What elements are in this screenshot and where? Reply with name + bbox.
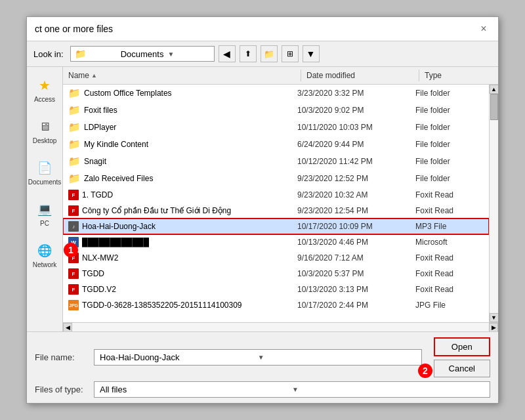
file-name-text: Hoa-Hai-Duong-Jack — [82, 222, 156, 231]
table-row[interactable]: 📁 Zalo Received Files 9/23/2020 12:52 PM… — [63, 170, 489, 187]
up-folder-button[interactable]: ⬆ — [240, 45, 257, 62]
file-name-text: Custom Office Templates — [84, 89, 172, 98]
chevron-down-icon: ▼ — [167, 51, 209, 58]
look-in-dropdown[interactable]: 📁 Documents ▼ — [70, 46, 215, 62]
network-icon: 🌐 — [35, 242, 54, 260]
date-column-header[interactable]: Date modified — [301, 70, 419, 81]
table-row[interactable]: F TGDD 10/3/2020 5:37 PM Foxit Read — [63, 266, 489, 282]
scroll-right-arrow[interactable]: ▶ — [489, 323, 498, 332]
table-row[interactable]: 📁 LDPlayer 10/11/2020 10:03 PM File fold… — [63, 119, 489, 136]
table-row[interactable]: 📁 My Kindle Content 6/24/2020 9:44 PM Fi… — [63, 136, 489, 153]
foxit-icon: F — [68, 205, 79, 216]
documents-icon: 📄 — [35, 159, 54, 177]
file-name-text: NLX-MW2 — [82, 253, 118, 262]
file-type-cell: Foxit Read — [410, 189, 489, 201]
folder-icon: 📁 — [68, 173, 81, 184]
file-type-cell: JPG File — [410, 299, 489, 311]
sidebar: ★ Access 🖥 Desktop 📄 Documents 💻 PC 🌐 Ne… — [27, 67, 63, 331]
new-folder-button[interactable]: 📁 — [261, 45, 278, 62]
dialog-title: ct one or more files — [35, 24, 113, 34]
file-date-cell: 9/23/2020 10:32 AM — [292, 189, 410, 201]
grid-icon: ⊞ — [287, 49, 293, 58]
file-date-cell: 10/12/2020 11:42 PM — [292, 156, 410, 167]
foxit-icon: F — [68, 190, 79, 200]
folder-icon: 📁 — [68, 121, 81, 133]
file-name-cell: 📁 Foxit files — [63, 103, 292, 117]
file-name-cell: 📁 Zalo Received Files — [63, 171, 292, 186]
scroll-left-arrow[interactable]: ◀ — [63, 323, 72, 332]
sidebar-item-network[interactable]: 🌐 Network — [27, 239, 62, 271]
close-button[interactable]: × — [477, 22, 490, 35]
file-type-combo[interactable]: All files ▼ — [94, 381, 490, 398]
file-date-cell: 9/16/2020 7:12 AM — [292, 252, 410, 264]
folder-icon: 📁 — [68, 156, 81, 167]
file-date-cell: 6/24/2020 9:44 PM — [292, 138, 410, 150]
table-row[interactable]: 📁 Custom Office Templates 3/23/2020 3:32… — [63, 85, 489, 102]
file-name-cell: F NLX-MW2 — [63, 251, 292, 264]
chevron-down-icon: ▼ — [306, 49, 316, 59]
file-name-text: Zalo Received Files — [84, 174, 153, 183]
scroll-thumb[interactable] — [490, 94, 498, 120]
file-panel: Name ▲ Date modified Type 📁 Custom Offic… — [63, 67, 498, 331]
file-list-header: Name ▲ Date modified Type — [63, 67, 498, 85]
file-type-cell: File folder — [410, 87, 489, 99]
vertical-scrollbar[interactable]: ▲ ▼ — [489, 85, 498, 322]
file-name-cell: ♪ Hoa-Hai-Duong-Jack — [63, 220, 292, 233]
file-type-cell: File folder — [410, 121, 489, 133]
folder-icon: 📁 — [68, 138, 81, 150]
sidebar-item-access[interactable]: ★ Access — [27, 74, 62, 106]
file-name-cell: JPG TGDD-0-3628-1385352205-2015111410030… — [63, 299, 292, 312]
table-row[interactable]: F Công ty Cổ phần Đầu tư Thế Giới Di Độn… — [63, 203, 489, 219]
file-name-text: Snagit — [84, 157, 106, 166]
file-type-cell: Microsoft — [410, 236, 489, 248]
file-name-cell: 📁 LDPlayer — [63, 120, 292, 135]
table-row[interactable]: F TGDD.V2 10/13/2020 3:13 PM Foxit Read — [63, 282, 489, 297]
file-open-dialog: ct one or more files × Look in: 📁 Docume… — [26, 16, 499, 404]
file-date-cell: 10/3/2020 5:37 PM — [292, 268, 410, 280]
file-type-cell: File folder — [410, 138, 489, 150]
chevron-down-icon: ▼ — [292, 386, 484, 393]
h-scroll-track — [72, 323, 489, 331]
scroll-down-arrow[interactable]: ▼ — [490, 313, 499, 322]
file-date-cell: 3/23/2020 3:32 PM — [292, 87, 410, 99]
table-row[interactable]: 📁 Foxit files 10/3/2020 9:02 PM File fol… — [63, 102, 489, 119]
sidebar-item-desktop[interactable]: 🖥 Desktop — [27, 115, 62, 147]
sidebar-label-network: Network — [33, 261, 57, 268]
file-name-cell: W ████████████ — [63, 236, 292, 249]
file-date-cell: 10/13/2020 3:13 PM — [292, 284, 410, 295]
name-col-label: Name — [68, 71, 89, 80]
file-name-text: ████████████ — [82, 238, 149, 247]
star-icon: ★ — [35, 76, 54, 94]
name-column-header[interactable]: Name ▲ — [63, 70, 301, 81]
file-name-cell: 📁 My Kindle Content — [63, 137, 292, 152]
table-row[interactable]: 📁 Snagit 10/12/2020 11:42 PM File folder — [63, 153, 489, 170]
file-name-combo[interactable]: Hoa-Hai-Duong-Jack ▼ — [94, 349, 422, 366]
sidebar-item-documents[interactable]: 📄 Documents — [27, 156, 62, 188]
view-toggle-button[interactable]: ⊞ — [282, 45, 299, 62]
table-row[interactable]: W ████████████ 10/13/2020 4:46 PM Micros… — [63, 234, 489, 250]
step-badge-2: 2 — [418, 364, 432, 378]
file-type-cell: File folder — [410, 104, 489, 116]
folder-icon: 📁 — [75, 49, 117, 59]
table-row[interactable]: ♪ Hoa-Hai-Duong-Jack 10/17/2020 10:09 PM… — [63, 219, 489, 234]
scroll-up-arrow[interactable]: ▲ — [490, 85, 499, 94]
jpg-icon: JPG — [68, 300, 79, 310]
table-row[interactable]: F 1. TGDD 9/23/2020 10:32 AM Foxit Read — [63, 187, 489, 203]
type-column-header[interactable]: Type — [419, 70, 498, 81]
sidebar-label-pc: PC — [40, 220, 49, 227]
file-date-cell: 9/23/2020 12:52 PM — [292, 173, 410, 184]
file-name-text: TGDD-0-3628-1385352205-20151114100309 — [82, 301, 242, 310]
cancel-button[interactable]: Cancel — [434, 360, 490, 377]
horizontal-scrollbar[interactable]: ◀ ▶ — [63, 322, 498, 331]
sidebar-item-pc[interactable]: 💻 PC — [27, 198, 62, 230]
file-type-cell: Foxit Read — [410, 205, 489, 217]
table-row[interactable]: JPG TGDD-0-3628-1385352205-2015111410030… — [63, 297, 489, 313]
sidebar-label-documents: Documents — [28, 178, 62, 186]
table-row[interactable]: F NLX-MW2 9/16/2020 7:12 AM Foxit Read — [63, 250, 489, 266]
file-name-cell: F 1. TGDD — [63, 188, 292, 201]
back-button[interactable]: ◀ — [219, 45, 236, 62]
new-folder-icon: 📁 — [264, 49, 274, 59]
view-menu-button[interactable]: ▼ — [303, 45, 320, 62]
up-icon: ⬆ — [245, 49, 251, 58]
open-button[interactable]: Open — [434, 337, 490, 356]
